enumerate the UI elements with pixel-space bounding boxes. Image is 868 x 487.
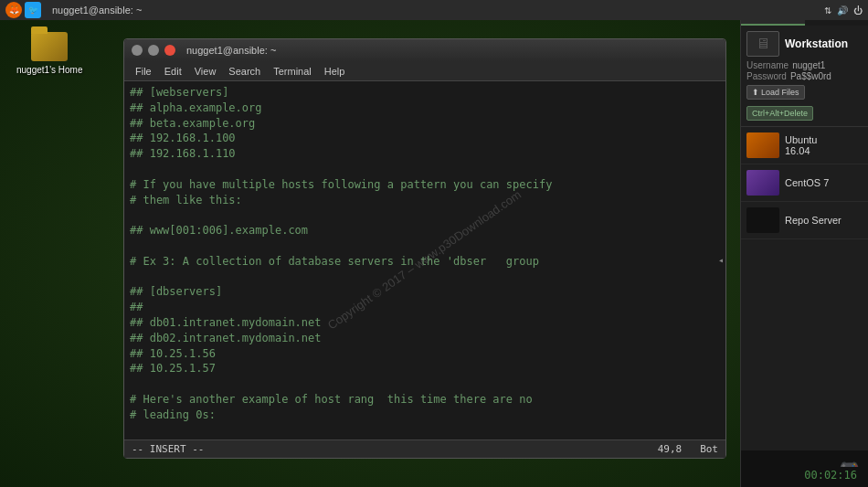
username-value: nugget1 xyxy=(792,60,825,70)
repo-thumbnail xyxy=(746,207,779,233)
scroll-indicator: ◂ xyxy=(718,255,724,266)
centos-machine-name: CentOS 7 xyxy=(785,177,829,188)
load-files-button[interactable]: ⬆ Load Files xyxy=(746,85,805,100)
window-minimize-btn[interactable] xyxy=(132,45,143,56)
volume-icon: 🔊 xyxy=(837,5,848,16)
cursor-position: 49,8 Bot xyxy=(658,443,718,455)
desktop: 🦊 🐦 nugget1@ansible: ~ ⇅ 🔊 ⏻ nugget1's H… xyxy=(0,0,868,487)
menu-file[interactable]: File xyxy=(130,64,157,79)
insert-mode-indicator: -- INSERT -- xyxy=(132,443,204,455)
terminal-text: ## [webservers] ## alpha.example.org ## … xyxy=(130,85,720,439)
desktop-icon-home[interactable]: nugget1's Home xyxy=(16,32,83,75)
centos-thumbnail xyxy=(746,170,779,196)
workstation-name: Workstation xyxy=(785,37,848,50)
taskbar-left: 🦊 🐦 nugget1@ansible: ~ xyxy=(5,2,142,18)
menu-help[interactable]: Help xyxy=(319,64,351,79)
password-row: Password Pa$$w0rd xyxy=(746,71,863,81)
menu-search[interactable]: Search xyxy=(223,64,266,79)
terminal-content[interactable]: ## [webservers] ## alpha.example.org ## … xyxy=(124,81,725,439)
terminal-menubar: File Edit View Search Terminal Help xyxy=(124,61,725,81)
ctrl-alt-del-button[interactable]: Ctrl+Alt+Delete xyxy=(746,106,813,121)
workstation-actions: ⬆ Load Files xyxy=(746,85,863,100)
taskbar-right: ⇅ 🔊 ⏻ xyxy=(824,5,863,16)
taskbar-icons: 🦊 🐦 xyxy=(5,2,41,18)
right-panel: Content Machines 🖥 Workstation Username … xyxy=(740,0,868,487)
bird-icon[interactable]: 🐦 xyxy=(25,2,41,18)
taskbar-top: 🦊 🐦 nugget1@ansible: ~ ⇅ 🔊 ⏻ xyxy=(0,0,868,20)
timer-display: 00:02:16 xyxy=(800,467,861,483)
firefox-icon[interactable]: 🦊 xyxy=(5,2,22,18)
terminal-window: nugget1@ansible: ~ File Edit View Search… xyxy=(123,38,726,459)
repo-machine-name: Repo Server xyxy=(785,215,842,226)
terminal-statusbar: -- INSERT -- 49,8 Bot xyxy=(124,439,725,458)
machines-list: Ubuntu16.04 CentOS 7 Repo Server xyxy=(741,127,868,450)
password-value: Pa$$w0rd xyxy=(790,71,831,81)
menu-terminal[interactable]: Terminal xyxy=(268,64,317,79)
repo-machine-row[interactable]: Repo Server xyxy=(741,202,868,239)
power-icon[interactable]: ⏻ xyxy=(853,5,863,16)
upload-icon: ⬆ xyxy=(752,88,759,97)
network-icon: ⇅ xyxy=(824,5,831,16)
taskbar-title: nugget1@ansible: ~ xyxy=(52,5,142,16)
centos-machine-row[interactable]: CentOS 7 xyxy=(741,164,868,202)
workstation-header: 🖥 Workstation xyxy=(746,31,863,57)
window-close-btn[interactable] xyxy=(164,45,175,56)
window-maximize-btn[interactable] xyxy=(148,45,159,56)
terminal-titlebar: nugget1@ansible: ~ xyxy=(124,39,725,61)
ubuntu-thumbnail xyxy=(746,132,779,158)
ubuntu-machine-row[interactable]: Ubuntu16.04 xyxy=(741,127,868,164)
terminal-title: nugget1@ansible: ~ xyxy=(186,45,276,56)
workstation-card: 🖥 Workstation Username nugget1 Password … xyxy=(741,26,868,127)
desktop-icon-label: nugget1's Home xyxy=(16,65,83,75)
username-row: Username nugget1 xyxy=(746,60,863,70)
menu-edit[interactable]: Edit xyxy=(159,64,187,79)
ubuntu-machine-name: Ubuntu16.04 xyxy=(785,134,817,156)
home-folder-icon xyxy=(31,32,68,61)
menu-view[interactable]: View xyxy=(189,64,222,79)
workstation-thumbnail: 🖥 xyxy=(746,31,779,57)
